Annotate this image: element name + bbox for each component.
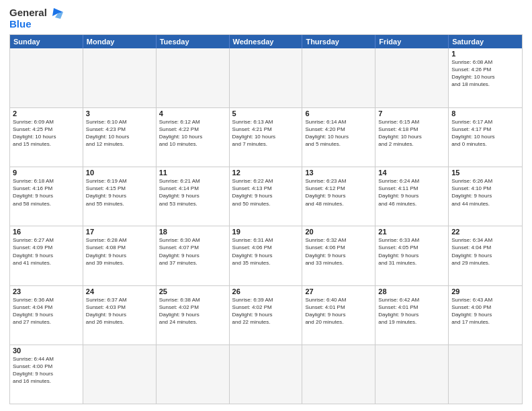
calendar-day-24: 24Sunrise: 6:37 AM Sunset: 4:03 PM Dayli… xyxy=(83,286,157,345)
calendar-day-empty-5-4 xyxy=(302,345,375,404)
day-info: Sunrise: 6:30 AM Sunset: 4:07 PM Dayligh… xyxy=(159,236,226,267)
calendar-day-17: 17Sunrise: 6:28 AM Sunset: 4:08 PM Dayli… xyxy=(83,226,157,285)
calendar-day-empty-0-2 xyxy=(157,48,230,107)
day-info: Sunrise: 6:17 AM Sunset: 4:17 PM Dayligh… xyxy=(451,118,519,148)
day-number: 1 xyxy=(451,50,519,58)
day-info: Sunrise: 6:37 AM Sunset: 4:03 PM Dayligh… xyxy=(86,296,153,326)
calendar-day-25: 25Sunrise: 6:38 AM Sunset: 4:02 PM Dayli… xyxy=(157,286,230,345)
calendar-body: 1Sunrise: 6:08 AM Sunset: 4:26 PM Daylig… xyxy=(10,48,522,404)
calendar-day-empty-0-0 xyxy=(10,48,83,107)
calendar-day-4: 4Sunrise: 6:12 AM Sunset: 4:22 PM Daylig… xyxy=(157,108,230,167)
day-info: Sunrise: 6:15 AM Sunset: 4:18 PM Dayligh… xyxy=(378,118,445,148)
calendar-day-2: 2Sunrise: 6:09 AM Sunset: 4:25 PM Daylig… xyxy=(10,108,83,167)
calendar-day-3: 3Sunrise: 6:10 AM Sunset: 4:23 PM Daylig… xyxy=(83,108,157,167)
calendar-day-21: 21Sunrise: 6:33 AM Sunset: 4:05 PM Dayli… xyxy=(375,226,449,285)
calendar-day-empty-5-3 xyxy=(230,345,303,404)
day-number: 7 xyxy=(378,109,445,118)
calendar-day-empty-5-5 xyxy=(375,345,449,404)
calendar-day-29: 29Sunrise: 6:43 AM Sunset: 4:00 PM Dayli… xyxy=(449,286,522,345)
calendar-row-4: 23Sunrise: 6:36 AM Sunset: 4:04 PM Dayli… xyxy=(10,285,522,345)
day-info: Sunrise: 6:28 AM Sunset: 4:08 PM Dayligh… xyxy=(86,236,153,267)
calendar-day-27: 27Sunrise: 6:40 AM Sunset: 4:01 PM Dayli… xyxy=(302,286,375,345)
calendar-day-empty-0-4 xyxy=(302,48,375,107)
calendar-day-23: 23Sunrise: 6:36 AM Sunset: 4:04 PM Dayli… xyxy=(10,286,83,345)
weekday-header-sunday: Sunday xyxy=(10,35,83,48)
day-info: Sunrise: 6:32 AM Sunset: 4:06 PM Dayligh… xyxy=(305,236,372,267)
calendar-row-1: 2Sunrise: 6:09 AM Sunset: 4:25 PM Daylig… xyxy=(10,107,522,167)
day-info: Sunrise: 6:23 AM Sunset: 4:12 PM Dayligh… xyxy=(305,177,372,208)
day-number: 10 xyxy=(86,169,153,177)
calendar-day-empty-0-5 xyxy=(375,48,449,107)
day-info: Sunrise: 6:18 AM Sunset: 4:16 PM Dayligh… xyxy=(13,177,80,208)
day-info: Sunrise: 6:33 AM Sunset: 4:05 PM Dayligh… xyxy=(378,236,445,267)
day-number: 11 xyxy=(159,169,226,177)
calendar-day-empty-5-6 xyxy=(449,345,522,404)
day-info: Sunrise: 6:26 AM Sunset: 4:10 PM Dayligh… xyxy=(451,177,519,208)
day-number: 15 xyxy=(451,169,519,177)
calendar-day-16: 16Sunrise: 6:27 AM Sunset: 4:09 PM Dayli… xyxy=(10,226,83,285)
day-info: Sunrise: 6:14 AM Sunset: 4:20 PM Dayligh… xyxy=(305,118,372,148)
calendar-day-15: 15Sunrise: 6:26 AM Sunset: 4:10 PM Dayli… xyxy=(449,167,522,226)
calendar-day-empty-5-1 xyxy=(83,345,157,404)
day-info: Sunrise: 6:44 AM Sunset: 4:00 PM Dayligh… xyxy=(13,355,80,385)
day-number: 21 xyxy=(378,228,445,236)
calendar-row-0: 1Sunrise: 6:08 AM Sunset: 4:26 PM Daylig… xyxy=(10,48,522,107)
calendar-day-12: 12Sunrise: 6:22 AM Sunset: 4:13 PM Dayli… xyxy=(230,167,303,226)
weekday-header-thursday: Thursday xyxy=(302,35,375,48)
calendar-day-18: 18Sunrise: 6:30 AM Sunset: 4:07 PM Dayli… xyxy=(157,226,230,285)
day-info: Sunrise: 6:40 AM Sunset: 4:01 PM Dayligh… xyxy=(305,296,372,326)
day-number: 19 xyxy=(232,228,300,236)
day-number: 6 xyxy=(305,109,372,118)
day-number: 18 xyxy=(159,228,226,236)
day-info: Sunrise: 6:21 AM Sunset: 4:14 PM Dayligh… xyxy=(159,177,226,208)
day-number: 9 xyxy=(13,169,80,177)
weekday-header-wednesday: Wednesday xyxy=(230,35,303,48)
logo-blue-text: Blue xyxy=(9,19,63,30)
calendar-day-20: 20Sunrise: 6:32 AM Sunset: 4:06 PM Dayli… xyxy=(302,226,375,285)
day-number: 22 xyxy=(451,228,519,236)
day-info: Sunrise: 6:22 AM Sunset: 4:13 PM Dayligh… xyxy=(232,177,300,208)
page: General Blue SundayMondayTuesdayWednesda… xyxy=(0,0,532,411)
day-number: 20 xyxy=(305,228,372,236)
day-number: 17 xyxy=(86,228,153,236)
day-number: 30 xyxy=(13,347,80,355)
day-info: Sunrise: 6:19 AM Sunset: 4:15 PM Dayligh… xyxy=(86,177,153,208)
calendar-day-14: 14Sunrise: 6:24 AM Sunset: 4:11 PM Dayli… xyxy=(375,167,449,226)
calendar-day-26: 26Sunrise: 6:39 AM Sunset: 4:02 PM Dayli… xyxy=(230,286,303,345)
weekday-header-friday: Friday xyxy=(375,35,449,48)
header: General Blue xyxy=(9,7,523,30)
day-info: Sunrise: 6:31 AM Sunset: 4:06 PM Dayligh… xyxy=(232,236,300,267)
day-number: 25 xyxy=(159,287,226,295)
logo: General Blue xyxy=(9,7,63,30)
calendar-day-10: 10Sunrise: 6:19 AM Sunset: 4:15 PM Dayli… xyxy=(83,167,157,226)
calendar-day-6: 6Sunrise: 6:14 AM Sunset: 4:20 PM Daylig… xyxy=(302,108,375,167)
calendar-day-7: 7Sunrise: 6:15 AM Sunset: 4:18 PM Daylig… xyxy=(375,108,449,167)
calendar-day-30: 30Sunrise: 6:44 AM Sunset: 4:00 PM Dayli… xyxy=(10,345,83,404)
calendar-day-28: 28Sunrise: 6:42 AM Sunset: 4:01 PM Dayli… xyxy=(375,286,449,345)
logo-general-text: General xyxy=(9,7,47,19)
weekday-header-saturday: Saturday xyxy=(449,35,522,48)
day-number: 5 xyxy=(232,109,300,118)
calendar-day-19: 19Sunrise: 6:31 AM Sunset: 4:06 PM Dayli… xyxy=(230,226,303,285)
day-number: 26 xyxy=(232,287,300,295)
day-number: 29 xyxy=(451,287,519,295)
calendar-day-13: 13Sunrise: 6:23 AM Sunset: 4:12 PM Dayli… xyxy=(302,167,375,226)
calendar-day-22: 22Sunrise: 6:34 AM Sunset: 4:04 PM Dayli… xyxy=(449,226,522,285)
weekday-header-tuesday: Tuesday xyxy=(157,35,230,48)
calendar-row-3: 16Sunrise: 6:27 AM Sunset: 4:09 PM Dayli… xyxy=(10,226,522,285)
day-number: 27 xyxy=(305,287,372,295)
day-number: 3 xyxy=(86,109,153,118)
calendar-day-9: 9Sunrise: 6:18 AM Sunset: 4:16 PM Daylig… xyxy=(10,167,83,226)
calendar-header: SundayMondayTuesdayWednesdayThursdayFrid… xyxy=(10,35,522,48)
day-number: 2 xyxy=(13,109,80,118)
day-info: Sunrise: 6:27 AM Sunset: 4:09 PM Dayligh… xyxy=(13,236,80,267)
calendar-day-1: 1Sunrise: 6:08 AM Sunset: 4:26 PM Daylig… xyxy=(449,48,522,107)
day-info: Sunrise: 6:10 AM Sunset: 4:23 PM Dayligh… xyxy=(86,118,153,148)
day-number: 28 xyxy=(378,287,445,295)
calendar-row-2: 9Sunrise: 6:18 AM Sunset: 4:16 PM Daylig… xyxy=(10,167,522,226)
day-info: Sunrise: 6:38 AM Sunset: 4:02 PM Dayligh… xyxy=(159,296,226,326)
day-info: Sunrise: 6:39 AM Sunset: 4:02 PM Dayligh… xyxy=(232,296,300,326)
day-info: Sunrise: 6:42 AM Sunset: 4:01 PM Dayligh… xyxy=(378,296,445,326)
calendar-day-empty-0-1 xyxy=(83,48,157,107)
day-info: Sunrise: 6:12 AM Sunset: 4:22 PM Dayligh… xyxy=(159,118,226,148)
